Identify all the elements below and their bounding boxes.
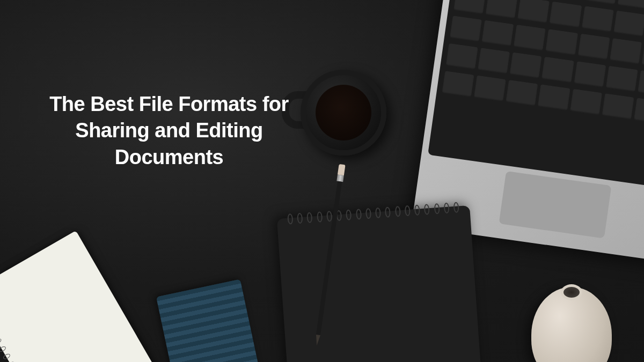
ceramic-vase-prop (531, 287, 612, 362)
spiral-notebook-prop (277, 205, 485, 362)
hero-image-scene: The Best File Formats for Sharing and Ed… (0, 0, 644, 362)
coffee-mug-prop (301, 70, 397, 166)
article-title: The Best File Formats for Sharing and Ed… (46, 91, 292, 171)
